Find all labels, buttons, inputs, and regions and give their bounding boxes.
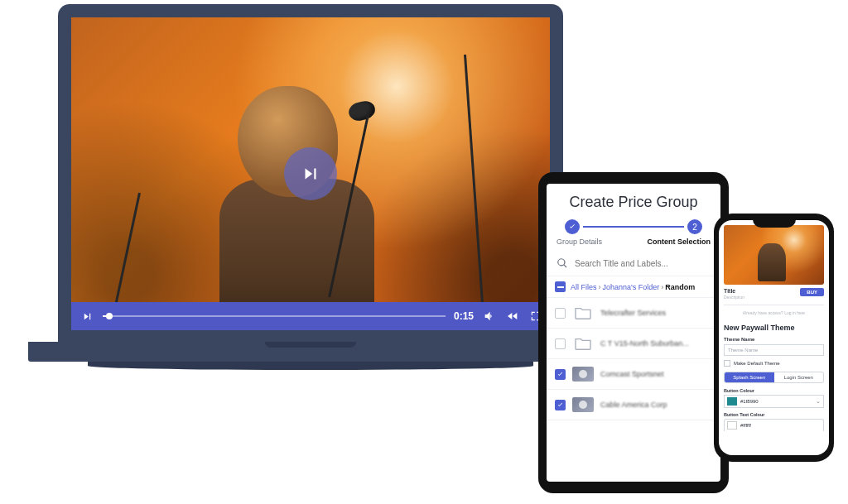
check-icon	[556, 371, 564, 378]
step-1-label: Group Details	[556, 238, 602, 246]
paywall-title: Title	[724, 288, 744, 294]
laptop-screen: 0:15	[58, 4, 563, 342]
button-text-colour-value: #ffffff	[740, 423, 751, 428]
list-item[interactable]: Cable America Corp	[547, 390, 720, 420]
step-1-done[interactable]	[565, 219, 580, 234]
list-item[interactable]: Comcast Sportsnet	[547, 359, 720, 390]
chevron-down-icon: ⌄	[816, 398, 821, 405]
row-checkbox[interactable]	[555, 369, 566, 380]
play-next-button[interactable]	[80, 309, 94, 324]
list-item[interactable]: C T V15-North Suburban...	[547, 329, 720, 359]
laptop-device: 0:15	[58, 4, 563, 370]
video-player[interactable]: 0:15	[71, 17, 550, 330]
skip-next-icon	[300, 163, 321, 185]
play-next-overlay-button[interactable]	[284, 147, 337, 200]
video-thumbnail	[572, 367, 594, 382]
step-2-active[interactable]: 2	[687, 219, 702, 234]
step-connector	[583, 226, 684, 228]
phone-notch	[753, 218, 796, 228]
check-icon	[556, 401, 564, 409]
checkbox-icon	[724, 360, 730, 367]
breadcrumb-seg[interactable]: Johanna's Folder	[603, 283, 660, 291]
swatch-icon	[727, 397, 737, 406]
tab-splash-screen[interactable]: Splash Screen	[725, 372, 774, 382]
folder-icon	[572, 305, 594, 320]
video-controls: 0:15	[71, 302, 550, 330]
rewind-icon	[506, 310, 519, 323]
tablet-device: Create Price Group 2 Group Details Conte…	[538, 172, 729, 493]
make-default-checkbox[interactable]: Make Default Theme	[724, 360, 824, 367]
video-thumbnail	[572, 397, 594, 412]
paywall-hero-image	[724, 225, 824, 285]
breadcrumb-seg[interactable]: All Files	[571, 283, 597, 291]
step-labels: Group Details Content Selection	[547, 234, 720, 254]
stepper: 2	[547, 219, 720, 234]
search-row	[547, 254, 720, 276]
row-checkbox[interactable]	[555, 308, 566, 319]
singer-figure	[219, 86, 402, 318]
swatch-icon	[727, 421, 737, 430]
list-item[interactable]: Telecrafter Services	[547, 298, 720, 329]
row-name: C T V15-North Suburban...	[600, 339, 689, 348]
tab-login-screen[interactable]: Login Screen	[774, 372, 824, 382]
theme-name-field[interactable]: Theme Name	[724, 344, 824, 356]
skip-next-icon	[81, 310, 94, 323]
row-checkbox[interactable]	[555, 400, 566, 410]
step-2-label: Content Selection	[647, 238, 711, 246]
paywall-card: Title Description BUY	[724, 288, 824, 305]
make-default-label: Make Default Theme	[734, 361, 780, 366]
phone-screen: Title Description BUY Already have acces…	[719, 220, 829, 455]
button-colour-picker[interactable]: #1f8990 ⌄	[724, 395, 824, 408]
tablet-screen: Create Price Group 2 Group Details Conte…	[547, 184, 720, 482]
seek-bar[interactable]	[103, 315, 446, 317]
row-name: Telecrafter Services	[600, 309, 666, 317]
select-all-checkbox[interactable]	[555, 281, 566, 292]
row-name: Comcast Sportsnet	[600, 370, 664, 378]
phone-device: Title Description BUY Already have acces…	[714, 214, 834, 462]
button-text-colour-picker[interactable]: #ffffff	[724, 419, 824, 431]
rewind-button[interactable]	[505, 309, 520, 324]
volume-icon	[483, 310, 496, 323]
paywall-desc: Description	[724, 295, 744, 300]
breadcrumb-seg[interactable]: Random	[665, 283, 695, 291]
search-icon	[556, 257, 568, 269]
login-hint[interactable]: Already have access? Log in here	[724, 310, 824, 315]
theme-name-label: Theme Name	[724, 337, 824, 342]
row-checkbox[interactable]	[555, 338, 566, 349]
laptop-foot	[88, 362, 533, 370]
check-icon	[568, 223, 576, 231]
breadcrumb[interactable]: All Files›Johanna's Folder›Random	[571, 283, 695, 291]
laptop-base	[28, 342, 593, 362]
buy-button[interactable]: BUY	[800, 288, 824, 296]
screen-toggle: Splash Screen Login Screen	[724, 372, 824, 383]
button-colour-value: #1f8990	[740, 399, 759, 404]
button-text-colour-label: Button Text Colour	[724, 412, 824, 417]
search-input[interactable]	[575, 259, 711, 268]
row-name: Cable America Corp	[600, 401, 667, 409]
page-title: Create Price Group	[547, 184, 720, 219]
section-title: New Paywall Theme	[724, 324, 824, 332]
volume-button[interactable]	[482, 309, 497, 324]
file-list: Telecrafter Services C T V15-North Subur…	[547, 298, 720, 482]
button-colour-label: Button Colour	[724, 388, 824, 393]
time-display: 0:15	[454, 310, 474, 322]
folder-icon	[572, 336, 594, 351]
breadcrumb-row: All Files›Johanna's Folder›Random	[547, 276, 720, 298]
